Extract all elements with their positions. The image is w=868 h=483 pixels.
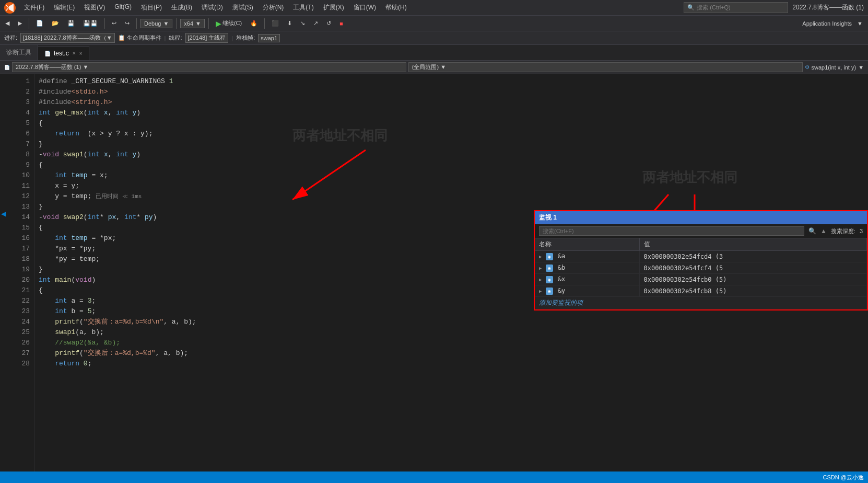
code-line-27: printf("交换后：a=%d,b=%d", a, b); [39,348,864,359]
menu-window[interactable]: 窗口(W) [349,1,380,14]
app-insights-dropdown[interactable]: ▼ [854,19,866,28]
code-line-25: swap1(a, b); [39,327,864,338]
lifecycle-btn[interactable]: 📋 生命周期事件 [118,34,161,42]
code-line-8: -void swap1(int x, int y) [39,150,864,160]
step-over-btn[interactable]: ⬇ [284,19,295,28]
expand-icon-y[interactable]: ▶ [539,289,542,294]
scope-dropdown-left[interactable]: 2022.7.8博客——函数 (1) ▼ [12,62,406,72]
code-line-24: printf("交换前：a=%d,b=%d\n", a, b); [39,317,864,327]
stop-btn[interactable]: ■ [336,19,346,28]
bookmark-icon: ◀ [1,210,6,217]
col-value: 值 [639,238,867,251]
restart-btn[interactable]: ↺ [323,19,334,28]
redo-btn[interactable]: ↪ [122,19,133,28]
menu-tools[interactable]: 工具(T) [289,1,318,14]
new-file-btn[interactable]: 📄 [33,19,46,28]
code-line-10: int temp = x; [39,170,864,181]
open-btn[interactable]: 📂 [49,19,62,28]
chevron-down-icon: ▼ [163,20,169,27]
sep6 [264,18,265,29]
stack-value: swap1 [261,35,277,41]
watch-row-x[interactable]: ▶ ◉ &x 0x000000302e54fcb0 (5) [535,274,867,285]
sep4 [176,18,177,29]
tab-testc[interactable]: 📄 test.c ✕ × [38,46,89,60]
process-dropdown[interactable]: [18188] 2022.7.8博客——函数（▼ [20,33,114,43]
watch-row-y[interactable]: ▶ ◉ &y 0x000000302e54fcb8 (5) [535,285,867,297]
watch-table: 名称 值 ▶ ◉ &a 0x000000302e54fcd4 (3 ▶ ◉ [535,238,867,309]
watch-name-b: ▶ ◉ &b [535,262,639,274]
menu-file[interactable]: 文件(F) [20,1,49,14]
watch-add-row[interactable]: 添加要监视的项 [535,297,867,309]
code-line-11: x = y; [39,181,864,191]
search-depth-value: 3 [860,228,863,234]
platform-dropdown[interactable]: x64 ▼ [180,19,205,28]
watch-row-a[interactable]: ▶ ◉ &a 0x000000302e54fcd4 (3 [535,251,867,262]
thread-label: 线程: [169,34,182,42]
scope-dropdown-middle[interactable]: (全局范围) ▼ [408,62,803,72]
sep5 [208,18,209,29]
code-line-2: #include<stdio.h> [39,87,864,97]
tab-diagnostics-label: 诊断工具 [6,48,31,57]
menu-project[interactable]: 项目(P) [137,1,166,14]
watch-name-a: ▶ ◉ &a [535,251,639,262]
debug-config-label: Debug [144,20,161,27]
expand-icon-a[interactable]: ▶ [539,254,542,259]
continue-btn[interactable]: ▶ 继续(C) [213,18,245,29]
menubar-right: 🔍 搜索 (Ctrl+Q) 2022.7.8博客——函数 (1) [684,2,864,13]
menu-debug[interactable]: 调试(D) [197,1,227,14]
watch-name-a-val: &a [558,252,565,260]
tab-diagnostics[interactable]: 诊断工具 [0,44,38,60]
watch-add-label[interactable]: 添加要监视的项 [535,297,867,309]
forward-btn[interactable]: ▶ [15,19,25,28]
watch-name-y: ▶ ◉ &y [535,285,639,297]
thread-value: [20148] 主线程 [188,34,226,41]
expand-icon-b[interactable]: ▶ [539,266,542,271]
menu-analyze[interactable]: 分析(N) [259,1,288,14]
stack-label: 堆栈帧: [236,34,255,42]
vs-logo [4,2,16,14]
menu-help[interactable]: 帮助(H) [381,1,411,14]
menu-edit[interactable]: 编辑(E) [50,1,79,14]
save-all-btn[interactable]: 💾💾 [80,19,101,28]
search-depth-label: 搜索深度: [831,227,855,235]
watch-title: 监视 1 [535,211,867,224]
undo-btn[interactable]: ↩ [109,19,120,28]
stack-dropdown[interactable]: swap1 [258,34,280,42]
watch-name-x: ▶ ◉ &x [535,274,639,285]
tab-close-btn[interactable]: × [79,51,83,56]
code-line-12: y = temp; 已用时间 ≪ 1ms [39,191,864,202]
tabbar: 诊断工具 📄 test.c ✕ × [0,45,868,61]
step-out-btn[interactable]: ↗ [310,19,321,28]
breakpoints-btn[interactable]: ⬛ [268,19,282,28]
menu-test[interactable]: 测试(S) [228,1,257,14]
window-title: 2022.7.8博客——函数 (1) [792,3,864,12]
menu-git[interactable]: Git(G) [110,1,136,14]
obj-icon-b: ◉ [546,264,553,272]
menu-extensions[interactable]: 扩展(X) [319,1,348,14]
chevron-down-icon3: ▼ [83,64,88,70]
col-name: 名称 [535,238,639,251]
editor-nav: 📄 2022.7.8博客——函数 (1) ▼ (全局范围) ▼ ⚙ swap1(… [0,61,868,74]
save-btn[interactable]: 💾 [64,19,78,28]
back-btn[interactable]: ◀ [2,19,13,28]
menubar: 文件(F) 编辑(E) 视图(V) Git(G) 项目(P) 生成(B) 调试(… [0,0,868,16]
editor-nav-right: ⚙ swap1(int x, int y) ▼ [805,64,864,71]
global-search[interactable]: 🔍 搜索 (Ctrl+Q) [684,2,788,13]
menu-view[interactable]: 视图(V) [80,1,109,14]
thread-dropdown[interactable]: [20148] 主线程 [185,33,229,43]
debug-config-dropdown[interactable]: Debug ▼ [140,19,172,28]
menu-build[interactable]: 生成(B) [167,1,196,14]
hot-reload-btn[interactable]: 🔥 [247,19,261,28]
obj-icon-x: ◉ [546,276,553,283]
watch-name-y-val: &y [558,287,565,294]
step-into-btn[interactable]: ↘ [297,19,308,28]
app-insights-label[interactable]: Application Insights [802,20,852,27]
watch-search-input[interactable] [539,226,804,236]
watch-row-b[interactable]: ▶ ◉ &b 0x000000302e54fcf4 (5 [535,262,867,274]
watch-value-x: 0x000000302e54fcb0 (5) [639,274,867,285]
up-icon[interactable]: ▲ [820,227,827,235]
watch-panel: 监视 1 🔍 ▲ 搜索深度: 3 名称 值 ▶ ◉ &a [534,210,868,310]
code-line-3: #include<string.h> [39,97,864,108]
code-line-28: return 0; [39,359,864,369]
expand-icon-x[interactable]: ▶ [539,277,542,282]
